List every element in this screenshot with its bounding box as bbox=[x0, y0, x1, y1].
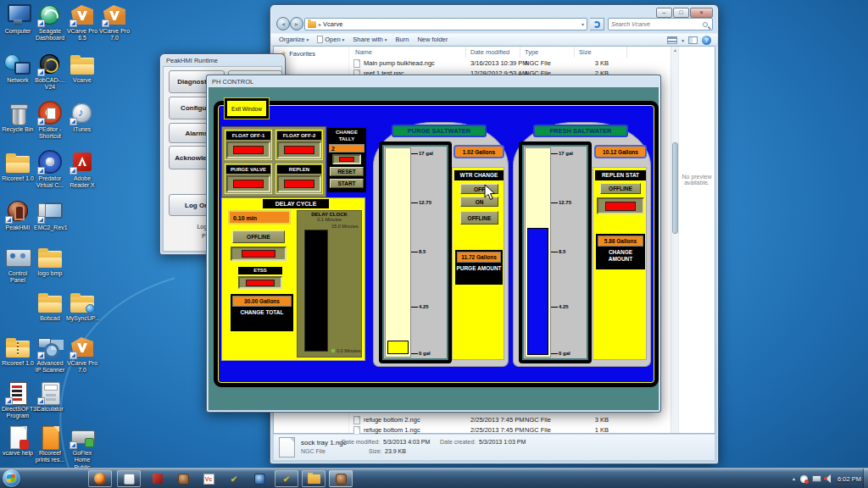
scrollbar-thumb[interactable] bbox=[672, 142, 678, 234]
purge-tank-fill bbox=[387, 341, 409, 354]
desktop-icon-vcarve-help[interactable]: vcarve help bbox=[2, 425, 34, 457]
clock[interactable]: 6:02 PM bbox=[837, 475, 861, 483]
desktop-icon-recycle-bin[interactable]: Recycle Bin bbox=[2, 102, 34, 133]
seagate-icon bbox=[36, 3, 64, 27]
taskbar-app-red[interactable] bbox=[146, 470, 170, 487]
change-amount-box: 5.86 Gallons CHANGE AMOUNT bbox=[596, 234, 645, 269]
volume-muted-icon[interactable] bbox=[826, 474, 831, 483]
delay-offline-button[interactable]: OFFLINE bbox=[232, 230, 285, 243]
change-tally-panel: CHANGE TALLY 2 RESET START bbox=[327, 128, 366, 192]
float-off-1-lamp-frame bbox=[226, 141, 270, 158]
replen-group: REPLEN bbox=[275, 164, 323, 194]
preview-pane-icon[interactable] bbox=[688, 36, 698, 44]
vcarve-icon bbox=[69, 336, 96, 359]
file-row[interactable]: Main pump bulkhead.ngc 3/16/2013 10:39 P… bbox=[350, 58, 665, 69]
start-button[interactable]: START bbox=[330, 179, 364, 188]
views-icon[interactable] bbox=[667, 36, 677, 44]
column-header-size[interactable]: Size bbox=[579, 47, 592, 58]
share-with-button[interactable]: Share with▾ bbox=[353, 36, 387, 43]
taskbar-app-blue[interactable] bbox=[248, 470, 271, 487]
folder-icon bbox=[308, 474, 320, 484]
desktop-icon-emc2[interactable]: EMC2_Rev1 bbox=[34, 200, 66, 231]
desktop-icon-directsoft[interactable]: DirectSOFT32 Program bbox=[2, 381, 34, 420]
replen-offline-button[interactable]: OFFLINE bbox=[600, 183, 641, 194]
bobcad-icon bbox=[36, 53, 64, 76]
column-header-type[interactable]: Type bbox=[525, 47, 538, 58]
chevron-down-icon[interactable]: ▾ bbox=[682, 38, 684, 43]
desktop-icon-ricoreef-zip[interactable]: Ricoreef 1.0 bbox=[2, 336, 34, 367]
desktop-icon-predator[interactable]: Predator Virtual C... bbox=[34, 151, 66, 190]
replen-label: REPLEN bbox=[277, 165, 321, 174]
desktop-icon-seagate[interactable]: Seagate Dashboard bbox=[34, 3, 66, 42]
desktop-icon-bobcad-folder[interactable]: Bobcad bbox=[34, 291, 66, 322]
desktop-icon-bobcad[interactable]: BobCAD-... V24 bbox=[34, 53, 66, 92]
tray-status-icon[interactable] bbox=[800, 475, 808, 483]
shortcut-arrow-icon bbox=[37, 118, 45, 125]
file-row[interactable]: refuge bottom 2.ngc 2/25/2013 7:45 PM NG… bbox=[350, 415, 665, 425]
fresh-tank-fill bbox=[527, 228, 548, 355]
open-button[interactable]: Open▾ bbox=[317, 36, 344, 43]
change-tally-label: CHANGE TALLY bbox=[329, 130, 364, 143]
column-header-date[interactable]: Date modified bbox=[470, 47, 509, 58]
file-preview-icon bbox=[279, 437, 295, 458]
forward-button[interactable]: ► bbox=[290, 17, 303, 30]
search-input[interactable] bbox=[609, 21, 703, 27]
desktop-icon-vcarve-folder[interactable]: Vcarve bbox=[66, 53, 98, 84]
desktop-icon-control-panel[interactable]: Control Panel bbox=[2, 246, 34, 285]
desktop-icon-calculator[interactable]: Calculator bbox=[34, 381, 66, 413]
taskbar-app-check[interactable]: ✔ bbox=[222, 470, 246, 487]
desktop-icon-mysyncup[interactable]: MySyncUP... bbox=[66, 291, 98, 322]
shortcut-arrow-icon bbox=[37, 352, 45, 359]
desktop-icon-adobe-reader[interactable]: Adobe Reader X bbox=[66, 151, 98, 190]
exit-window-button[interactable]: Exit Window bbox=[225, 98, 269, 119]
network-icon[interactable] bbox=[812, 475, 821, 482]
desktop-icon-computer[interactable]: Computer bbox=[2, 3, 34, 35]
taskbar-app-white[interactable] bbox=[117, 470, 141, 487]
help-icon[interactable]: ? bbox=[702, 36, 711, 45]
desktop-icon-ip-scanner[interactable]: Advanced IP Scanner bbox=[34, 336, 66, 374]
file-icon bbox=[353, 416, 360, 424]
taskbar-open-peakhmi[interactable] bbox=[329, 470, 353, 487]
desktop-icon-logo-bmp[interactable]: logo bmp bbox=[34, 246, 66, 277]
taskbar-open-check-app[interactable]: ✔ bbox=[275, 470, 298, 487]
taskbar-open-explorer[interactable] bbox=[302, 470, 326, 487]
show-desktop-button[interactable] bbox=[863, 469, 868, 488]
burn-button[interactable]: Burn bbox=[396, 36, 409, 43]
desktop-icon-vcarve65[interactable]: VCarve Pro 6.5 bbox=[66, 3, 98, 42]
wtr-offline-button[interactable]: OFFLINE bbox=[460, 211, 498, 225]
address-dropdown-icon[interactable]: ▾ bbox=[581, 21, 584, 27]
show-hidden-icons[interactable]: ▲ bbox=[792, 476, 796, 481]
delay-clock-min: 0.0 Minutes bbox=[331, 348, 360, 353]
organize-button[interactable]: Organize▾ bbox=[279, 36, 309, 43]
vertical-scrollbar[interactable]: ▲ bbox=[670, 47, 678, 433]
address-field[interactable]: ▸ Vcarve ▾ bbox=[304, 18, 587, 30]
desktop-icon-vcarve70b[interactable]: VCarve Pro 7.0 bbox=[66, 336, 98, 374]
desktop-icon-itunes[interactable]: ♪iTunes bbox=[66, 102, 98, 133]
desktop-icon-ricoreef-prints[interactable]: Ricoreef prints res... bbox=[34, 425, 66, 464]
new-folder-button[interactable]: New folder bbox=[417, 36, 448, 43]
refresh-button[interactable] bbox=[590, 18, 604, 30]
desktop-icon-peditor[interactable]: PEditor - Shortcut bbox=[34, 102, 66, 141]
column-header-name[interactable]: Name bbox=[355, 47, 372, 58]
fresh-tank-scale: 17 gal 12.75 8.5 4.25 0 gal bbox=[551, 147, 586, 358]
back-button[interactable]: ◄ bbox=[276, 17, 290, 30]
breadcrumb[interactable]: Vcarve bbox=[323, 20, 342, 28]
desktop-icon-vcarve70[interactable]: VCarve Pro 7.0 bbox=[98, 3, 131, 42]
app-icon bbox=[254, 474, 265, 485]
delay-clock-slider[interactable] bbox=[304, 230, 328, 352]
taskbar-firefox[interactable] bbox=[88, 470, 112, 487]
directsoft-icon bbox=[4, 381, 31, 405]
search-box[interactable] bbox=[608, 18, 713, 30]
taskbar-app-brown[interactable] bbox=[171, 470, 195, 487]
desktop-icon-peakhmi[interactable]: PeakHMI bbox=[2, 200, 34, 231]
taskbar-vcarve[interactable]: Vc bbox=[197, 470, 220, 487]
etss-group: ETSS bbox=[236, 265, 284, 291]
reset-button[interactable]: RESET bbox=[330, 167, 364, 176]
desktop-icon-network[interactable]: Network bbox=[2, 53, 34, 84]
file-icon bbox=[353, 59, 360, 68]
desktop: { "icons": {"caret":"▾","crumb":"▸","sta… bbox=[0, 0, 868, 488]
start-button[interactable] bbox=[3, 469, 20, 487]
wtr-change-header: WTR CHANGE bbox=[454, 170, 504, 180]
desktop-icon-ricoreef-folder[interactable]: Ricoreef 1.0 bbox=[2, 151, 34, 182]
sidebar-item-favorites[interactable]: ★ Favorites bbox=[281, 50, 315, 58]
